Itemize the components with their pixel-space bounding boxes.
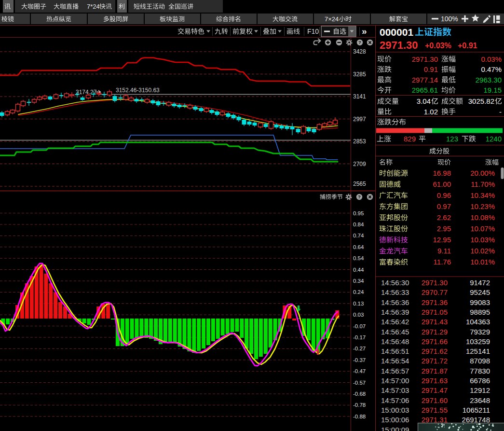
svg-text:10.02%: 10.02% [470, 247, 495, 255]
svg-text:2971.43: 2971.43 [422, 318, 448, 326]
svg-text:23648: 23648 [470, 396, 490, 404]
svg-text:3025.82: 3025.82 [468, 97, 494, 105]
svg-text:0.03: 0.03 [353, 312, 364, 318]
svg-text:99083: 99083 [470, 298, 490, 306]
svg-text:-0.37: -0.37 [353, 357, 366, 363]
svg-text:2971.30: 2971.30 [412, 55, 438, 63]
svg-text:3152.46-3150.63: 3152.46-3150.63 [116, 87, 160, 94]
svg-text:1240: 1240 [486, 135, 502, 143]
svg-text:829: 829 [404, 135, 416, 143]
svg-text:77830: 77830 [470, 367, 490, 375]
svg-text:10.23%: 10.23% [470, 202, 495, 210]
svg-text:2691748: 2691748 [462, 416, 490, 424]
svg-text:2971.87: 2971.87 [422, 367, 448, 375]
svg-text:7*24: 7*24 [87, 3, 100, 10]
svg-text:2971.63: 2971.63 [422, 376, 448, 385]
svg-text:0.97: 0.97 [437, 202, 451, 210]
svg-text:123: 123 [446, 135, 458, 143]
svg-text:14:57:06: 14:57:06 [381, 396, 409, 404]
svg-text:15:00:09: 15:00:09 [381, 426, 409, 431]
svg-text:2971.72: 2971.72 [422, 357, 448, 365]
svg-text:10.08%: 10.08% [470, 213, 495, 222]
svg-text:61.00: 61.00 [433, 180, 451, 188]
svg-text:2.95: 2.95 [437, 224, 451, 233]
svg-text:12912: 12912 [470, 386, 490, 394]
svg-text:0.96: 0.96 [437, 191, 451, 199]
svg-text:91472: 91472 [470, 278, 490, 287]
svg-text:98895: 98895 [470, 308, 490, 316]
svg-text:14:56:42: 14:56:42 [381, 318, 409, 326]
svg-text:1.02: 1.02 [424, 108, 438, 116]
svg-text:0.64: 0.64 [353, 244, 364, 250]
svg-text:0.34: 0.34 [353, 278, 364, 284]
svg-text:66786: 66786 [470, 376, 490, 385]
svg-text:20.00%: 20.00% [470, 169, 495, 177]
svg-text:2971.30: 2971.30 [380, 39, 418, 51]
svg-text:2853: 2853 [353, 138, 366, 145]
svg-text:3285: 3285 [353, 71, 366, 78]
svg-text:0.03%: 0.03% [481, 55, 502, 63]
svg-text:87098: 87098 [470, 357, 490, 365]
svg-text:2971.60: 2971.60 [422, 396, 448, 404]
svg-text:14:56:57: 14:56:57 [381, 367, 409, 375]
svg-text:-0.68: -0.68 [353, 391, 366, 397]
svg-text:0.13: 0.13 [353, 301, 364, 306]
svg-text:103259: 103259 [466, 337, 490, 346]
svg-text:1065211: 1065211 [463, 406, 490, 414]
svg-text:3.04: 3.04 [417, 97, 431, 105]
svg-text:2970.77: 2970.77 [422, 288, 448, 296]
svg-text:2971.31: 2971.31 [422, 416, 448, 424]
svg-text:0.47%: 0.47% [481, 65, 502, 73]
svg-text:0.91: 0.91 [424, 65, 438, 73]
svg-text:125141: 125141 [466, 347, 490, 355]
svg-text:0.84: 0.84 [353, 222, 364, 227]
svg-text:2971.36: 2971.36 [422, 298, 448, 306]
svg-text:2977.14: 2977.14 [412, 76, 438, 84]
svg-text:000001: 000001 [380, 27, 413, 38]
svg-text:2971.29: 2971.29 [422, 328, 448, 336]
svg-text:0.74: 0.74 [353, 233, 364, 238]
svg-text:16.98: 16.98 [433, 169, 451, 177]
svg-text:100%: 100% [441, 15, 458, 23]
svg-text:?: ? [358, 40, 361, 45]
svg-text:-0.47: -0.47 [353, 368, 366, 374]
svg-text:2709: 2709 [353, 161, 366, 167]
svg-text:14:57:00: 14:57:00 [381, 376, 409, 385]
svg-text:?: ? [358, 194, 361, 199]
svg-text:9.11: 9.11 [437, 247, 451, 255]
svg-text:+0.03%: +0.03% [425, 42, 451, 50]
svg-text:0.44: 0.44 [353, 267, 364, 273]
svg-text:-0.57: -0.57 [353, 380, 366, 386]
svg-text:14:57:03: 14:57:03 [381, 386, 409, 394]
svg-text:-0.78: -0.78 [353, 402, 366, 408]
svg-text:2997: 2997 [353, 116, 366, 123]
svg-text:14:56:36: 14:56:36 [381, 298, 409, 306]
svg-text:0.95: 0.95 [353, 210, 364, 216]
svg-text:2965.61: 2965.61 [412, 86, 438, 94]
svg-text:2971.55: 2971.55 [422, 406, 448, 414]
svg-text:0.54: 0.54 [353, 255, 364, 261]
svg-text:14:56:33: 14:56:33 [381, 288, 409, 296]
svg-text:2971.30: 2971.30 [422, 278, 448, 287]
svg-text:15:00:06: 15:00:06 [381, 416, 409, 424]
svg-text:+0.91: +0.91 [458, 42, 477, 50]
svg-text:0.24: 0.24 [353, 289, 364, 295]
svg-text:3428: 3428 [353, 48, 366, 55]
svg-text:-0.17: -0.17 [353, 334, 366, 340]
svg-text:2971.05: 2971.05 [422, 308, 448, 316]
svg-text:2971.47: 2971.47 [422, 386, 448, 394]
svg-text:2565: 2565 [353, 181, 366, 187]
svg-text:14:56:30: 14:56:30 [381, 278, 409, 287]
svg-text:14:56:39: 14:56:39 [381, 308, 409, 316]
svg-text:14:56:45: 14:56:45 [381, 328, 409, 336]
svg-text:10.07%: 10.07% [470, 224, 495, 233]
svg-text:15:00:03: 15:00:03 [381, 406, 409, 414]
svg-text:2963.30: 2963.30 [476, 76, 502, 84]
svg-text:79329: 79329 [470, 328, 490, 336]
svg-text:10.03%: 10.03% [470, 236, 495, 244]
svg-text:»: » [362, 26, 367, 36]
svg-text:2.62: 2.62 [437, 213, 451, 222]
svg-text:3141: 3141 [353, 93, 366, 100]
svg-text:2971.62: 2971.62 [422, 347, 448, 355]
svg-text:2971.66: 2971.66 [422, 337, 448, 346]
